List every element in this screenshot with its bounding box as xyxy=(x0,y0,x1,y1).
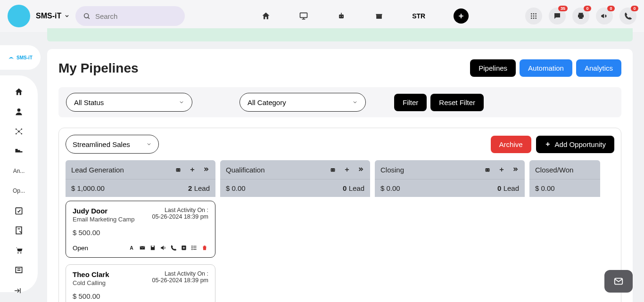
pipeline-container: Streamlined Sales Archive Add Opportunit… xyxy=(58,128,621,302)
str-label[interactable]: STR xyxy=(412,12,425,20)
stage-header: Qualification xyxy=(220,160,370,179)
call-icon[interactable] xyxy=(170,244,177,252)
sidebar-cart[interactable] xyxy=(9,241,28,259)
stage-lead-count: 0 Lead xyxy=(497,184,519,192)
svg-line-30 xyxy=(16,129,19,131)
plus-icon[interactable] xyxy=(344,166,350,173)
plus-icon[interactable] xyxy=(189,166,196,173)
print-badge: 0 xyxy=(584,6,591,11)
category-label: All Category xyxy=(248,98,286,106)
page-header: My Pipelines Pipelines Automation Analyt… xyxy=(58,59,621,77)
stage-head-icons xyxy=(483,165,519,174)
stage-amount: $ 1,000.00 xyxy=(71,184,105,192)
sidebar-analytics[interactable]: An... xyxy=(9,162,28,180)
page-title: My Pipelines xyxy=(58,61,139,76)
apps-button[interactable] xyxy=(525,8,542,24)
svg-text:A: A xyxy=(130,245,133,251)
sidebar-logo[interactable]: SMS-iT xyxy=(0,45,41,70)
pipeline-selected: Streamlined Sales xyxy=(73,140,130,148)
search-icon xyxy=(83,12,91,20)
tab-pipelines[interactable]: Pipelines xyxy=(470,59,516,77)
save-icon[interactable] xyxy=(149,244,157,252)
opportunity-card[interactable]: Theo Clark Cold Calling Last Activity On… xyxy=(66,264,215,302)
stage-header: Closing xyxy=(375,160,525,179)
card-footer: Open A xyxy=(73,244,208,252)
help-chat-button[interactable] xyxy=(604,270,633,293)
phone-button[interactable]: 0 xyxy=(619,8,636,24)
svg-rect-70 xyxy=(486,168,490,172)
sidebar-news[interactable] xyxy=(9,261,28,279)
sidebar-collapse[interactable] xyxy=(13,286,22,295)
status-dropdown[interactable]: All Status xyxy=(66,93,192,112)
svg-line-1 xyxy=(88,17,90,19)
chat-button[interactable]: 35 xyxy=(549,8,566,24)
svg-point-38 xyxy=(20,253,22,254)
stage-lead-generation: Lead Generation $ 1,000.00 2 Lead xyxy=(66,160,215,302)
card-contact-name: Judy Door xyxy=(73,207,135,215)
expand-icon[interactable] xyxy=(512,166,519,173)
pipeline-header: Streamlined Sales Archive Add Opportunit… xyxy=(66,135,614,154)
sidebar-notes[interactable] xyxy=(9,221,28,239)
text-icon[interactable]: A xyxy=(128,244,136,252)
sidebar-user[interactable] xyxy=(9,103,28,121)
reset-filter-button[interactable]: Reset Filter xyxy=(430,94,484,111)
pipeline-selector[interactable]: Streamlined Sales xyxy=(66,135,159,154)
category-dropdown[interactable]: All Category xyxy=(239,93,366,112)
sidebar-network[interactable] xyxy=(9,122,28,140)
add-icon[interactable] xyxy=(180,244,188,252)
sidebar-calendar[interactable] xyxy=(9,202,28,220)
robot-icon[interactable] xyxy=(329,165,337,174)
chat-icon xyxy=(553,12,561,20)
announce-button[interactable]: 0 xyxy=(596,8,613,24)
svg-point-19 xyxy=(533,17,535,19)
store-icon[interactable] xyxy=(374,11,384,21)
robot-icon[interactable] xyxy=(483,165,492,174)
svg-point-7 xyxy=(342,16,343,17)
svg-point-17 xyxy=(535,16,537,17)
sidebar-steps[interactable] xyxy=(9,142,28,160)
card-amount: $ 500.00 xyxy=(73,292,208,300)
filter-bar: All Status All Category Filter Reset Fil… xyxy=(58,87,621,117)
card-contact-name: Theo Clark xyxy=(73,270,109,278)
add-opportunity-button[interactable]: Add Opportunity xyxy=(536,136,614,153)
card-source: Email Marketing Camp xyxy=(73,216,135,223)
svg-point-48 xyxy=(179,170,180,171)
filter-button[interactable]: Filter xyxy=(394,94,427,111)
sidebar-opportunities[interactable]: Op... xyxy=(9,182,28,200)
svg-rect-46 xyxy=(176,168,181,172)
sidebar-home[interactable] xyxy=(9,83,28,101)
top-header: SMS-iT STR 35 0 0 0 xyxy=(0,0,644,32)
announce-badge: 0 xyxy=(607,6,615,11)
add-circle-button[interactable] xyxy=(454,8,469,24)
robot-icon[interactable] xyxy=(174,165,182,174)
svg-point-71 xyxy=(486,170,487,171)
plus-icon[interactable] xyxy=(498,166,505,173)
trash-icon[interactable] xyxy=(201,244,208,252)
tab-automation[interactable]: Automation xyxy=(520,59,572,77)
svg-rect-5 xyxy=(339,15,344,18)
search-box[interactable] xyxy=(75,6,185,26)
nav-icons: STR xyxy=(261,8,469,24)
list-icon[interactable] xyxy=(190,244,198,252)
svg-point-20 xyxy=(535,17,537,19)
search-input[interactable] xyxy=(95,12,177,20)
desktop-icon[interactable] xyxy=(299,11,308,21)
robot-icon[interactable] xyxy=(337,11,346,21)
opportunity-card[interactable]: Judy Door Email Marketing Camp Last Acti… xyxy=(66,201,215,258)
exit-icon xyxy=(13,286,22,295)
avatar[interactable] xyxy=(8,5,30,27)
brand-selector[interactable]: SMS-iT xyxy=(36,12,70,20)
stage-name: Closed/Won xyxy=(535,166,573,174)
home-icon[interactable] xyxy=(261,11,271,21)
expand-icon[interactable] xyxy=(202,166,210,173)
stage-qualification: Qualification $ 0.00 0 Lead xyxy=(220,160,370,302)
expand-icon[interactable] xyxy=(357,166,364,173)
sound-icon[interactable] xyxy=(159,244,167,252)
print-button[interactable]: 0 xyxy=(572,8,589,24)
archive-button[interactable]: Archive xyxy=(491,136,531,153)
stage-summary: $ 0.00 0 Lead xyxy=(375,179,525,197)
stage-name: Closing xyxy=(380,166,404,174)
tab-analytics[interactable]: Analytics xyxy=(576,59,621,77)
main-content: My Pipelines Pipelines Automation Analyt… xyxy=(47,28,633,302)
mail-icon[interactable] xyxy=(139,244,146,252)
